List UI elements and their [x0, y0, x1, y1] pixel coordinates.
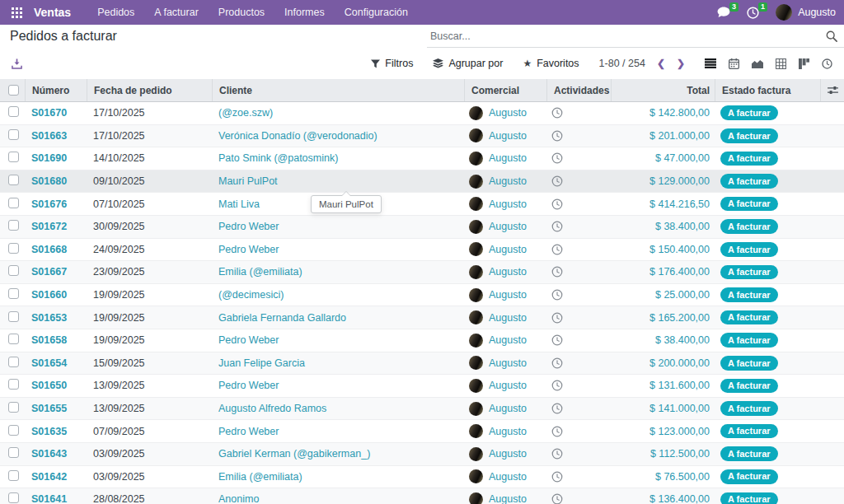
order-client[interactable]: Emilia (@emiliata) — [212, 471, 464, 483]
order-number[interactable]: S01635 — [25, 426, 87, 437]
table-row[interactable]: S0164128/08/2025AnonimoAugusto$ 136.400,… — [0, 488, 844, 504]
group-by-button[interactable]: Agrupar por — [433, 58, 503, 69]
optional-columns-toggle[interactable] — [820, 79, 844, 101]
table-row[interactable]: S0168009/10/2025Mauri PulPotAugusto$ 129… — [0, 170, 844, 193]
order-salesperson[interactable]: Augusto — [464, 175, 546, 189]
order-number[interactable]: S01663 — [25, 130, 87, 142]
activity-cell[interactable] — [546, 312, 611, 324]
row-checkbox[interactable] — [0, 379, 25, 392]
row-checkbox[interactable] — [0, 106, 25, 119]
row-checkbox[interactable] — [0, 311, 25, 324]
apps-grid-icon[interactable] — [12, 7, 22, 18]
order-salesperson[interactable]: Augusto — [464, 242, 546, 256]
table-row[interactable]: S0165013/09/2025Pedro WeberAugusto$ 131.… — [0, 374, 844, 397]
order-number[interactable]: S01672 — [25, 221, 87, 232]
order-salesperson[interactable]: Augusto — [464, 492, 546, 504]
search-bar[interactable] — [427, 26, 844, 48]
kanban-view-icon[interactable] — [799, 58, 809, 69]
menu-configuracion[interactable]: Configuración — [335, 7, 418, 18]
search-input[interactable] — [429, 30, 826, 43]
order-client[interactable]: Gabriel Kerman (@gabikerman_) — [212, 448, 464, 460]
activity-cell[interactable] — [546, 471, 611, 483]
order-salesperson[interactable]: Augusto — [464, 265, 546, 279]
order-salesperson[interactable]: Augusto — [464, 424, 546, 438]
user-menu[interactable]: Augusto — [776, 4, 836, 21]
search-icon[interactable] — [826, 30, 837, 42]
column-total[interactable]: Total — [611, 79, 715, 101]
table-row[interactable]: S0164303/09/2025Gabriel Kerman (@gabiker… — [0, 442, 844, 465]
activity-cell[interactable] — [546, 244, 611, 255]
favorites-button[interactable]: ★ Favoritos — [523, 58, 579, 69]
order-salesperson[interactable]: Augusto — [464, 197, 546, 211]
order-number[interactable]: S01676 — [25, 198, 87, 210]
order-client[interactable]: Pato Smink (@patosmink) — [212, 152, 464, 164]
order-salesperson[interactable]: Augusto — [464, 152, 546, 166]
order-number[interactable]: S01653 — [25, 312, 87, 324]
order-number[interactable]: S01654 — [25, 357, 87, 369]
activity-cell[interactable] — [546, 266, 611, 278]
order-client[interactable]: Juan Felipe Garcia — [212, 357, 464, 369]
order-number[interactable]: S01655 — [25, 403, 87, 414]
order-client[interactable]: Pedro Weber — [212, 426, 464, 437]
column-fecha-de-pedido[interactable]: Fecha de pedido — [87, 79, 212, 101]
order-client[interactable]: Emilia (@emiliata) — [212, 266, 464, 278]
order-number[interactable]: S01668 — [25, 244, 87, 255]
menu-pedidos[interactable]: Pedidos — [87, 7, 144, 18]
messages-button[interactable]: 3 — [717, 7, 730, 18]
order-number[interactable]: S01658 — [25, 334, 87, 346]
order-client[interactable]: Anonimo — [212, 493, 464, 504]
order-salesperson[interactable]: Augusto — [464, 334, 546, 348]
table-row[interactable]: S0165513/09/2025Augusto Alfredo RamosAug… — [0, 397, 844, 420]
activity-cell[interactable] — [546, 380, 611, 391]
menu-productos[interactable]: Productos — [209, 7, 274, 18]
order-salesperson[interactable]: Augusto — [464, 220, 546, 234]
row-checkbox[interactable] — [0, 265, 25, 278]
activity-cell[interactable] — [546, 289, 611, 301]
app-name[interactable]: Ventas — [34, 6, 71, 19]
column-actividades[interactable]: Actividades — [546, 79, 611, 101]
order-number[interactable]: S01690 — [25, 152, 87, 164]
row-checkbox[interactable] — [0, 220, 25, 233]
activity-cell[interactable] — [546, 130, 611, 142]
row-checkbox[interactable] — [0, 129, 25, 142]
activity-cell[interactable] — [546, 175, 611, 187]
row-checkbox[interactable] — [0, 288, 25, 301]
order-number[interactable]: S01680 — [25, 175, 87, 187]
pager-previous-icon[interactable]: ❮ — [657, 58, 665, 69]
order-salesperson[interactable]: Augusto — [464, 379, 546, 393]
activity-cell[interactable] — [546, 493, 611, 504]
order-number[interactable]: S01641 — [25, 493, 87, 504]
row-checkbox[interactable] — [0, 425, 25, 438]
activities-button[interactable]: 1 — [747, 7, 759, 19]
table-row[interactable]: S0167230/09/2025Pedro WeberAugusto$ 38.4… — [0, 215, 844, 238]
table-row[interactable]: S0164203/09/2025Emilia (@emiliata)August… — [0, 465, 844, 488]
table-row[interactable]: S0167017/10/2025(@zoe.szw)Augusto$ 142.8… — [0, 102, 844, 124]
row-checkbox[interactable] — [0, 492, 25, 504]
activity-cell[interactable] — [546, 198, 611, 210]
row-checkbox[interactable] — [0, 402, 25, 415]
order-client[interactable]: Mauri PulPot — [212, 175, 464, 187]
order-number[interactable]: S01643 — [25, 448, 87, 460]
order-client[interactable]: Pedro Weber — [212, 334, 464, 346]
order-salesperson[interactable]: Augusto — [464, 402, 546, 416]
table-row[interactable]: S0166723/09/2025Emilia (@emiliata)August… — [0, 260, 844, 283]
menu-informes[interactable]: Informes — [274, 7, 335, 18]
order-number[interactable]: S01670 — [25, 107, 87, 119]
activity-cell[interactable] — [546, 334, 611, 346]
table-row[interactable]: S0165319/09/2025Gabriela Fernanda Gallar… — [0, 306, 844, 329]
pager-next-icon[interactable]: ❯ — [677, 58, 685, 69]
order-number[interactable]: S01642 — [25, 471, 87, 483]
order-salesperson[interactable]: Augusto — [464, 310, 546, 324]
activity-cell[interactable] — [546, 221, 611, 232]
table-row[interactable]: S0166317/10/2025Verónica Donadío (@verod… — [0, 124, 844, 147]
order-salesperson[interactable]: Augusto — [464, 447, 546, 461]
order-salesperson[interactable]: Augusto — [464, 106, 546, 120]
order-number[interactable]: S01650 — [25, 380, 87, 391]
activity-view-icon[interactable] — [822, 58, 832, 69]
row-checkbox[interactable] — [0, 175, 25, 188]
table-row[interactable]: S0165415/09/2025Juan Felipe GarciaAugust… — [0, 352, 844, 375]
filters-button[interactable]: Filtros — [371, 58, 413, 69]
table-row[interactable]: S0166019/09/2025(@decimesici)Augusto$ 25… — [0, 283, 844, 306]
activity-cell[interactable] — [546, 448, 611, 460]
activity-cell[interactable] — [546, 357, 611, 369]
